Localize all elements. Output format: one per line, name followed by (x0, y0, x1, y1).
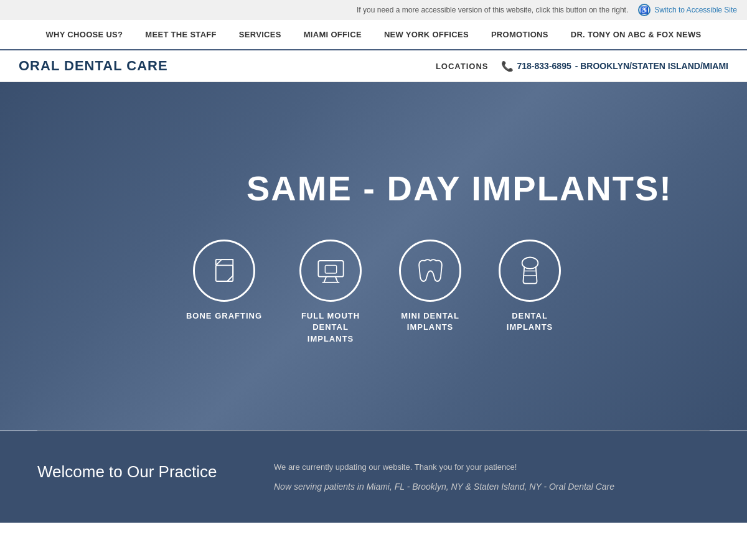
dental-implants-label: DENTALIMPLANTS (507, 310, 553, 333)
full-mouth-label: FULL MOUTHDENTALIMPLANTS (301, 310, 360, 345)
mini-dental-icon-circle (399, 240, 461, 302)
accessibility-icon: ♿ (638, 4, 651, 16)
accessibility-message: If you need a more accessible version of… (357, 6, 628, 14)
service-full-mouth-implants[interactable]: FULL MOUTHDENTALIMPLANTS (299, 240, 362, 345)
accessibility-link-label: Switch to Accessible Site (654, 6, 737, 14)
welcome-section: Welcome to Our Practice We are currently… (0, 431, 747, 523)
main-nav: WHY CHOOSE US? MEET THE STAFF SERVICES M… (0, 20, 747, 49)
bone-grafting-icon-circle (193, 240, 255, 302)
accessibility-bar: If you need a more accessible version of… (0, 0, 747, 20)
service-mini-dental-implants[interactable]: MINI DENTALIMPLANTS (399, 240, 461, 345)
nav-why-choose-us[interactable]: WHY CHOOSE US? (34, 20, 134, 49)
phone-number: 718-833-6895 (517, 61, 571, 71)
nav-dr-tony[interactable]: DR. TONY ON ABC & FOX NEWS (560, 20, 713, 49)
monitor-icon (314, 254, 348, 288)
service-bone-grafting[interactable]: BONE GRAFTING (186, 240, 262, 345)
service-dental-implants[interactable]: DENTALIMPLANTS (499, 240, 561, 345)
svg-line-4 (324, 276, 326, 282)
welcome-serving-text: Now serving patients in Miami, FL - Broo… (274, 482, 710, 492)
mini-dental-label: MINI DENTALIMPLANTS (401, 310, 459, 333)
site-logo: ORAL DENTAL CARE (19, 58, 168, 74)
implant-icon (513, 254, 547, 288)
nav-wrapper: WHY CHOOSE US? MEET THE STAFF SERVICES M… (0, 20, 747, 50)
accessibility-link[interactable]: ♿ Switch to Accessible Site (638, 4, 737, 16)
welcome-right: We are currently updating our website. T… (274, 462, 710, 492)
bone-grafting-label: BONE GRAFTING (186, 310, 262, 322)
phone-extra: - BROOKLYN/STATEN ISLAND/MIAMI (575, 61, 728, 71)
header-right: LOCATIONS 📞 718-833-6895 - BROOKLYN/STAT… (436, 60, 728, 72)
svg-rect-3 (318, 261, 343, 277)
cube-icon (207, 254, 242, 288)
svg-line-5 (335, 276, 337, 282)
hero-title: SAME - DAY IMPLANTS! (37, 168, 710, 208)
welcome-update-text: We are currently updating our website. T… (274, 462, 710, 472)
hero-content: SAME - DAY IMPLANTS! BONE GRAFTING (37, 168, 710, 345)
nav-promotions[interactable]: PROMOTIONS (480, 20, 560, 49)
hero-section: SAME - DAY IMPLANTS! BONE GRAFTING (0, 82, 747, 431)
nav-miami-office[interactable]: MIAMI OFFICE (293, 20, 373, 49)
welcome-title: Welcome to Our Practice (37, 462, 237, 482)
welcome-left: Welcome to Our Practice (37, 462, 237, 482)
header-bar: ORAL DENTAL CARE LOCATIONS 📞 718-833-689… (0, 50, 747, 82)
full-mouth-icon-circle (299, 240, 362, 302)
locations-button[interactable]: LOCATIONS (436, 62, 489, 71)
phone-icon: 📞 (501, 60, 514, 72)
dental-implants-icon-circle (499, 240, 561, 302)
nav-meet-staff[interactable]: MEET THE STAFF (134, 20, 227, 49)
nav-services[interactable]: SERVICES (228, 20, 293, 49)
phone-info: 📞 718-833-6895 - BROOKLYN/STATEN ISLAND/… (501, 60, 728, 72)
services-row: BONE GRAFTING FULL MOUTHDENTALIMPLANTS (37, 240, 710, 345)
nav-ny-offices[interactable]: NEW YORK OFFICES (373, 20, 480, 49)
teeth-icon (413, 254, 448, 288)
svg-rect-7 (325, 265, 336, 273)
